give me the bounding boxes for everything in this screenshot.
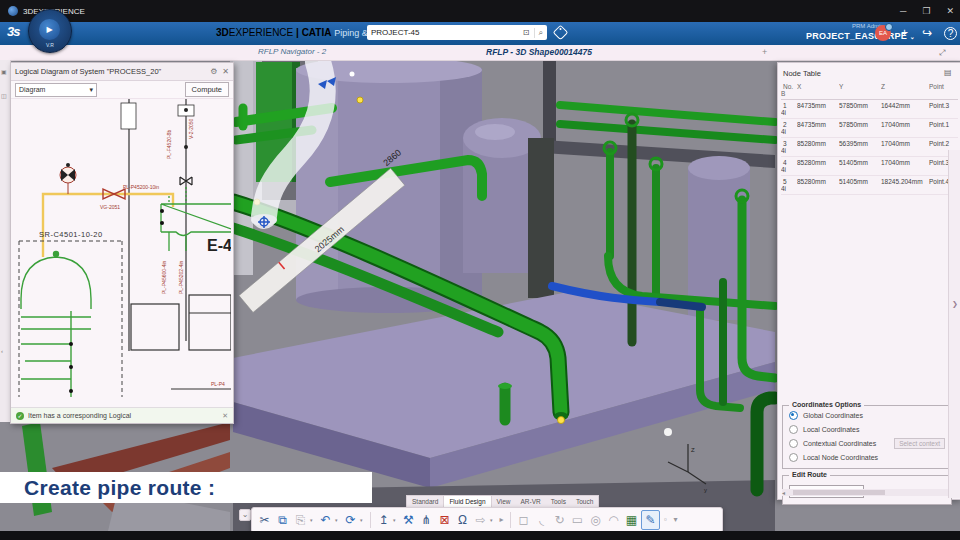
brand-product: CATIA: [302, 27, 332, 38]
manipulator-handle[interactable]: [664, 428, 672, 436]
radio-global-coordinates[interactable]: Global Coordinates: [789, 411, 945, 420]
avatar[interactable]: EA: [875, 25, 891, 41]
chevron-down-icon[interactable]: ▾: [310, 517, 316, 523]
status-badge: [885, 23, 893, 31]
check-icon: ✓: [16, 412, 24, 420]
branch-route-icon[interactable]: ⋔: [418, 510, 435, 530]
compass-widget[interactable]: ▶ V.R: [28, 9, 72, 53]
logical-diagram-header: Logical Diagram of System "PROCESS_20" ⚙…: [11, 63, 233, 81]
node-table: No.XYZPointB 184735mm57850mm16442mmPoint…: [781, 81, 958, 195]
dassault-logo: 3s: [7, 24, 19, 39]
part-torus-icon[interactable]: ◎: [587, 510, 604, 530]
compass-version: V.R: [29, 42, 71, 48]
undo-icon[interactable]: ↶: [317, 510, 334, 530]
dock-icon-a[interactable]: ▣: [1, 68, 7, 75]
chevron-down-icon[interactable]: ▾: [490, 517, 496, 523]
compute-button[interactable]: Compute: [185, 82, 229, 97]
svg-text:VG-2051: VG-2051: [100, 204, 120, 210]
table-row[interactable]: 284735mm57850mm17040mmPoint.14i: [781, 119, 958, 138]
tab-rflp-navigator[interactable]: RFLP Navigator - 2: [258, 47, 326, 56]
cut-icon[interactable]: ✂: [256, 510, 273, 530]
part-elbow-icon[interactable]: ◟: [533, 510, 550, 530]
expand-panel-chevron[interactable]: ❯: [952, 300, 958, 308]
svg-text:PL-F4520-8b: PL-F4520-8b: [166, 130, 172, 159]
svg-text:PL-P4: PL-P4: [211, 381, 225, 387]
import-icon[interactable]: ↥: [375, 510, 392, 530]
add-content-button[interactable]: +: [901, 26, 908, 40]
diagram-view-select[interactable]: Diagram▾: [15, 83, 97, 97]
route-tool-icon[interactable]: ⚒: [400, 510, 417, 530]
piping-table-icon[interactable]: ▦: [623, 510, 640, 530]
collapse-chevron-icon[interactable]: ‹: [1, 348, 3, 354]
toolbar-collapse-chevron[interactable]: ⌄: [239, 509, 251, 521]
caption-banner: Create pipe route :: [0, 472, 372, 503]
close-icon[interactable]: ✕: [222, 67, 229, 76]
close-button[interactable]: ✕: [946, 6, 954, 16]
update-icon[interactable]: ⟳: [342, 510, 359, 530]
more-tools-icon[interactable]: ▸: [497, 510, 506, 530]
select-context-button[interactable]: Select context: [894, 438, 945, 449]
tab-rflp-3d-shape[interactable]: RFLP - 3D Shape00014475: [486, 47, 592, 57]
table-row[interactable]: 585280mm51405mm18245.204mmPoint.44i: [781, 176, 958, 195]
table-row[interactable]: 184735mm57850mm16442mmPoint.34i: [781, 100, 958, 119]
paste-icon[interactable]: ⎘: [292, 510, 309, 530]
diagram-canvas[interactable]: VG-2051 PL-P45200-10in SR-C4501-10-20: [11, 99, 233, 407]
part-bend-icon[interactable]: ◠: [605, 510, 622, 530]
chevron-down-icon[interactable]: ▾: [360, 517, 366, 523]
radio-icon: [789, 425, 798, 434]
add-tab-button[interactable]: +: [762, 47, 767, 57]
help-button[interactable]: ?: [944, 27, 957, 40]
toolbar-separator: [370, 512, 371, 528]
table-header-row: No.XYZPointB: [781, 81, 958, 100]
dock-icon-b[interactable]: ◫: [1, 92, 7, 99]
node-table-title: Node Table: [783, 69, 821, 78]
radio-local-node-coordinates[interactable]: Local Node Coordinates: [789, 453, 945, 462]
radio-contextual-coordinates[interactable]: Contextual Coordinates Select context: [789, 439, 945, 448]
radio-icon: [789, 411, 798, 420]
app-globe-icon: [8, 6, 18, 16]
mini-square-icon[interactable]: ▫: [661, 510, 670, 530]
actuator-symbol: [60, 163, 76, 194]
diagram-status-bar: ✓ Item has a corresponding Logical ✕: [11, 407, 233, 423]
part-cylinder-icon[interactable]: ▭: [569, 510, 586, 530]
chevron-down-icon: ▾: [89, 86, 93, 94]
svg-text:y: y: [704, 487, 707, 493]
copy-icon[interactable]: ⧉: [274, 510, 291, 530]
action-toolbar: ✂ ⧉ ⎘▾ ↶▾ ⟳▾ ↥▾ ⚒ ⋔ ⊠ Ω ⇨▾ ▸ ◻ ◟ ↻ ▭ ◎ ◠…: [251, 507, 723, 533]
node-table-icon[interactable]: ▤: [944, 68, 952, 77]
table-row[interactable]: 385280mm56395mm17040mmPoint.24i: [781, 138, 958, 157]
play-icon[interactable]: ▶: [46, 25, 52, 34]
minimize-button[interactable]: ─: [900, 6, 906, 16]
search-input[interactable]: [367, 28, 519, 37]
edit-route-icon[interactable]: ✎: [641, 510, 660, 530]
vessel-symbol: [21, 252, 91, 398]
remove-route-icon[interactable]: ⊠: [436, 510, 453, 530]
maximize-button[interactable]: ❐: [922, 6, 930, 16]
chevron-down-icon[interactable]: ▾: [335, 517, 341, 523]
radio-icon: [789, 453, 798, 462]
diagram-toolbar: Diagram▾ Compute: [11, 81, 233, 99]
window-titlebar: 3DEXPERIENCE ─ ❐ ✕: [0, 0, 960, 22]
expand-viewport-icon[interactable]: ⤢: [939, 48, 945, 58]
coordinates-options-group: Coordinates Options Global Coordinates L…: [782, 405, 952, 469]
part-swirl-icon[interactable]: ↻: [551, 510, 568, 530]
table-row[interactable]: 485280mm51405mm17040mmPoint.34i: [781, 157, 958, 176]
scrollbar-thumb[interactable]: [793, 490, 885, 495]
svg-text:V-2-2050: V-2-2050: [188, 118, 194, 139]
horizontal-scrollbar[interactable]: ◂▸: [782, 489, 954, 496]
gear-icon[interactable]: ⚙: [210, 67, 217, 76]
brand-3d: 3D: [216, 27, 229, 38]
svg-text:E-4: E-4: [207, 237, 231, 254]
light-point-icon[interactable]: Ω: [454, 510, 471, 530]
chevron-down-icon[interactable]: ▾: [393, 517, 399, 523]
advanced-search-icon[interactable]: ⊡: [519, 28, 534, 37]
share-button[interactable]: ↪: [922, 26, 932, 40]
right-dock-strip: ❯: [948, 150, 960, 498]
toolbar-overflow-icon[interactable]: ▾: [671, 510, 680, 530]
share-next-icon[interactable]: ⇨: [472, 510, 489, 530]
search-icon[interactable]: ⌕: [534, 28, 547, 38]
radio-local-coordinates[interactable]: Local Coordinates: [789, 425, 945, 434]
status-close-icon[interactable]: ✕: [222, 412, 228, 420]
workspace-selector[interactable]: PROJECT_EAS01-RPE ⌄: [806, 31, 915, 41]
part-box-icon[interactable]: ◻: [515, 510, 532, 530]
